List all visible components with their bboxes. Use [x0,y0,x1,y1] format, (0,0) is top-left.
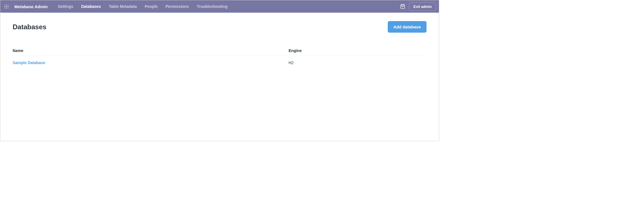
page-header-row: Databases Add database [13,21,427,33]
admin-topbar: Metabase Admin Settings Databases Table … [0,0,439,13]
app-title: Metabase Admin [14,4,48,9]
metabase-logo-icon [4,4,9,9]
svg-point-6 [4,8,5,9]
svg-point-11 [5,7,6,8]
nav-settings[interactable]: Settings [58,4,73,9]
svg-point-3 [4,6,5,7]
svg-point-12 [7,7,8,8]
svg-point-4 [6,6,7,7]
svg-point-2 [8,4,9,5]
exit-admin-button[interactable]: Exit admin [409,2,436,11]
table-header-row: Name Engine [13,46,427,56]
svg-point-0 [4,4,5,5]
svg-point-7 [6,8,7,9]
svg-point-1 [6,4,7,5]
admin-nav: Settings Databases Table Metadata People… [58,4,398,9]
page-content: Databases Add database Name Engine Sampl… [0,13,439,78]
database-name-link[interactable]: Sample Database [13,60,289,65]
col-engine-header: Engine [289,48,427,53]
svg-point-9 [5,5,6,6]
table-row: Sample Database H2 [13,56,427,69]
add-database-button[interactable]: Add database [388,21,427,33]
svg-point-10 [7,5,8,6]
database-engine: H2 [289,60,427,65]
shopping-bag-icon[interactable] [400,4,405,9]
nav-databases[interactable]: Databases [81,4,101,9]
nav-table-metadata[interactable]: Table Metadata [109,4,137,9]
nav-troubleshooting[interactable]: Troubleshooting [197,4,228,9]
col-name-header: Name [13,48,289,53]
topbar-right: Exit admin [400,2,436,11]
svg-point-5 [8,6,9,7]
page-title: Databases [13,23,46,31]
svg-point-8 [8,8,9,9]
nav-permissions[interactable]: Permissions [165,4,189,9]
databases-table: Name Engine Sample Database H2 [13,46,427,69]
nav-people[interactable]: People [145,4,158,9]
